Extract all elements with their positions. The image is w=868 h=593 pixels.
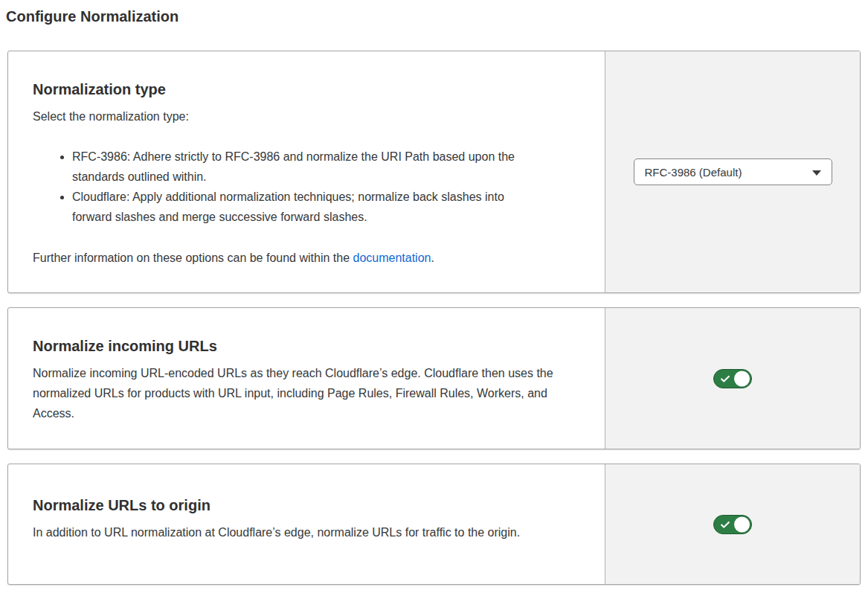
page-title: Configure Normalization (6, 7, 861, 25)
card-control-panel: RFC-3986 (Default) (605, 51, 860, 292)
toggle-knob (734, 516, 750, 532)
card-description: In addition to URL normalization at Clou… (33, 522, 553, 542)
card-normalization-type: Normalization type Select the normalizat… (7, 51, 861, 293)
checkmark-icon (720, 519, 730, 530)
card-normalize-incoming-urls: Normalize incoming URLs Normalize incomi… (7, 307, 861, 449)
card-content: Normalization type Select the normalizat… (8, 51, 605, 292)
card-heading-normalization-type: Normalization type (33, 80, 587, 99)
checkmark-icon (720, 374, 730, 384)
toggle-normalize-incoming-urls[interactable] (713, 369, 752, 388)
card-control-panel (605, 464, 860, 584)
footer-text: Further information on these options can… (33, 251, 353, 264)
toggle-knob (734, 371, 750, 386)
card-content: Normalize URLs to origin In addition to … (8, 464, 605, 584)
toggle-normalize-urls-to-origin[interactable] (713, 515, 752, 534)
card-intro: Select the normalization type: (33, 106, 587, 126)
documentation-link[interactable]: documentation (353, 251, 431, 264)
select-value: RFC-3986 (Default) (645, 166, 742, 179)
normalization-options-list: RFC-3986: Adhere strictly to RFC-3986 an… (33, 147, 533, 227)
list-item-cloudflare: Cloudflare: Apply additional normalizati… (72, 187, 533, 227)
configure-normalization-page: Configure Normalization Normalization ty… (0, 0, 868, 585)
card-description: Normalize incoming URL-encoded URLs as t… (33, 363, 576, 423)
card-control-panel (605, 308, 860, 449)
card-normalize-urls-to-origin: Normalize URLs to origin In addition to … (7, 464, 861, 585)
card-heading-normalize-urls-to-origin: Normalize URLs to origin (33, 496, 587, 515)
list-item-rfc-3986: RFC-3986: Adhere strictly to RFC-3986 an… (72, 147, 533, 187)
footer-text-period: . (431, 251, 434, 264)
card-footer: Further information on these options can… (33, 248, 587, 268)
normalization-type-select[interactable]: RFC-3986 (Default) (634, 158, 832, 185)
card-heading-normalize-incoming-urls: Normalize incoming URLs (33, 336, 587, 356)
card-content: Normalize incoming URLs Normalize incomi… (8, 308, 605, 449)
chevron-down-icon (812, 170, 821, 176)
